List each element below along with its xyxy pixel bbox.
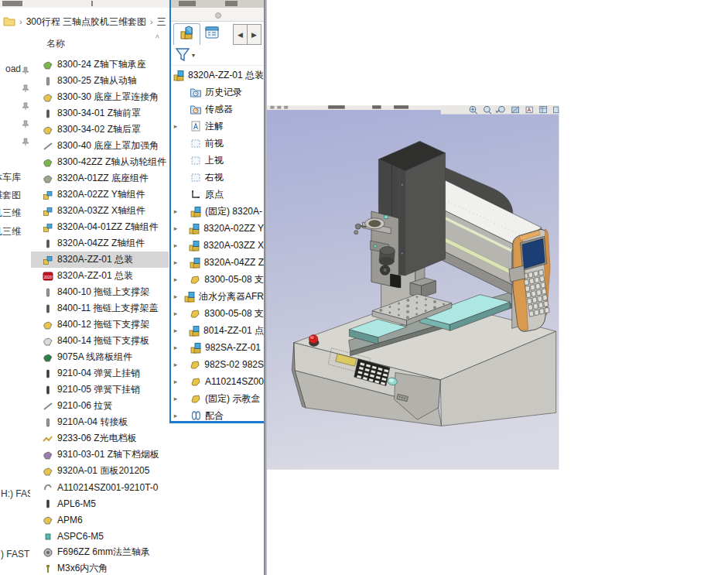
file-row[interactable]: 9210-04 弹簧上挂销 [31,365,169,382]
file-row[interactable]: 8300-34-01 Z轴前罩 [31,105,169,122]
file-row[interactable]: 8300-40 底座上罩加强角 [31,138,169,154]
tree-item-右视[interactable]: 右视 [171,169,264,186]
nav-item-fragment[interactable]: oad [5,63,21,74]
tree-item-历史记录[interactable]: 历史记录 [171,84,264,101]
panel-splitter[interactable] [171,8,264,22]
tree-item-A110214SZ00[interactable]: ▸A110214SZ00 [171,373,264,390]
file-label: 8300-34-02 Z轴后罩 [57,123,141,136]
folder-icon [3,15,15,29]
file-row[interactable]: APM6 [31,512,169,528]
splitter-handle[interactable] [215,12,221,19]
file-row[interactable]: 8300-42ZZ Z轴从动轮组件 [31,154,169,170]
tree-label: 前视 [205,137,224,150]
tree-item-原点[interactable]: 原点 [171,186,264,203]
file-row[interactable]: 8400-10 拖链上支撑架 [31,284,169,300]
file-row[interactable]: 8320A-01ZZ 底座组件 [31,170,169,187]
breadcrumb-folder[interactable]: 300行程 三轴点胶机三维套图 [26,15,146,29]
file-row[interactable]: 8300-34-02 Z轴后罩 [31,122,169,138]
tree-item-8320A-04ZZ Z[interactable]: ▸8320A-04ZZ Z [171,254,264,271]
expand-arrow-icon[interactable]: ▸ [171,361,180,368]
file-row[interactable]: F696ZZ 6mm法兰轴承 [31,544,169,560]
tree-filter[interactable]: ▾ [171,45,264,66]
file-row[interactable]: 9320A-01 面板201205 [31,463,169,479]
tree-item-8320A-03ZZ X[interactable]: ▸8320A-03ZZ X [171,237,264,254]
feature-tree[interactable]: 8320A-ZZ-01 总装历史记录传感器▸注解前视上视右视原点▸(固定) 83… [171,65,264,421]
file-row[interactable]: A110214SZ001-9210T-0 [31,479,169,495]
file-row[interactable]: 9210-06 拉簧 [31,398,169,414]
expand-arrow-icon[interactable]: ▸ [171,378,180,385]
nav-item-fragment[interactable]: 机三维 [0,225,21,238]
explorer-nav-pane[interactable]: oad体车库维套图机三维机三维H:) FAS) FAST [0,51,30,575]
tree-item-982S-02 982S[interactable]: ▸982S-02 982S [171,356,264,373]
tree-item-前视[interactable]: 前视 [171,135,264,152]
file-row[interactable]: 8300-24 Z轴下轴承座 [31,56,169,73]
file-row[interactable]: M3x6内六角 [31,560,169,575]
file-label: 8320A-01ZZ 底座组件 [57,172,149,185]
file-row[interactable]: 9233-06 Z光电档板 [31,430,169,447]
tree-item-(固定) 8320A-[interactable]: ▸(固定) 8320A- [171,203,264,220]
file-row[interactable]: 20208320A-ZZ-01 总装 [31,268,169,284]
appearance-icon[interactable] [554,107,559,113]
file-row[interactable]: 8400-14 拖链下支撑板 [31,333,169,349]
tree-item-8300-05-08 支[interactable]: ▸8300-05-08 支 [171,271,264,288]
tree-item-8014-ZZ-01 点[interactable]: ▸8014-ZZ-01 点 [171,322,264,339]
file-row[interactable]: 8320A-03ZZ X轴组件 [31,203,169,219]
expand-arrow-icon[interactable]: ▸ [171,276,180,283]
file-row[interactable]: ASPC6-M5 [31,528,169,544]
breadcrumb-separator: › [19,17,22,26]
tree-item-8320A-ZZ-01 总装[interactable]: 8320A-ZZ-01 总装 [171,67,264,84]
breadcrumb-subfolder[interactable]: 三 [157,15,166,29]
expand-arrow-icon[interactable]: ▸ [171,310,180,317]
expand-arrow-icon[interactable]: ▸ [171,241,180,249]
annotation-icon[interactable] [526,107,532,113]
expand-arrow-icon[interactable]: ▸ [171,344,180,351]
file-row[interactable]: 9310-03-01 Z轴下档烟板 [31,447,169,463]
nav-item-fragment[interactable]: ) FAST [1,549,29,560]
sw-toolbar-partial [171,0,264,8]
viewport-canvas[interactable] [267,0,728,575]
tree-item-上视[interactable]: 上视 [171,152,264,169]
file-row[interactable]: 8320A-04-01ZZ Z轴组件 [31,219,169,235]
tree-label: (固定) 示教盒 [205,392,260,406]
column-header-name[interactable]: 名称 [31,37,169,53]
expand-arrow-icon[interactable]: ▸ [171,122,180,130]
tree-item-配合[interactable]: ▸配合 [171,407,264,421]
tab-feature-tree[interactable] [173,23,200,45]
expand-arrow-icon[interactable]: ▸ [171,395,180,402]
file-row[interactable]: 9210A-04 转接板 [31,414,169,430]
file-row[interactable]: 9075A 线路板组件 [31,349,169,365]
explorer-file-list[interactable]: 8300-24 Z轴下轴承座8300-25 Z轴从动轴8300-30 底座上罩连… [31,51,169,575]
view-orientation-icon[interactable] [540,106,547,112]
breadcrumb[interactable]: › 300行程 三轴点胶机三维套图 › 三 [0,8,169,36]
nav-item-fragment[interactable]: 维套图 [0,189,21,202]
expand-arrow-icon[interactable]: ▸ [171,327,180,334]
expand-arrow-icon[interactable]: ▸ [171,207,180,215]
tree-item-8300-05-08 支[interactable]: ▸8300-05-08 支 [171,305,264,322]
tree-item-8320A-02ZZ Y[interactable]: ▸8320A-02ZZ Y [171,220,264,237]
tree-item-(固定) 示教盒[interactable]: ▸(固定) 示教盒 [171,390,264,407]
nav-item-fragment[interactable]: 体车库 [0,171,21,184]
file-row[interactable]: 8300-30 底座上罩连接角 [31,89,169,105]
tree-item-油水分离器AFR[interactable]: ▸油水分离器AFR [171,288,264,305]
nav-item-fragment[interactable]: H:) FAS [1,488,30,499]
file-row[interactable]: 8300-25 Z轴从动轴 [31,73,169,89]
tree-item-传感器[interactable]: 传感器 [171,101,264,118]
file-row[interactable]: 8320A-02ZZ Y轴组件 [31,187,169,203]
file-row[interactable]: 8320A-ZZ-01 总装 [31,252,169,268]
tree-item-982SA-ZZ-01[interactable]: ▸982SA-ZZ-01 [171,339,264,356]
expand-arrow-icon[interactable]: ▸ [171,293,180,300]
panel-back-button[interactable]: ◀ [233,24,248,45]
file-row[interactable]: 8400-11 拖链上支撑架盖 [31,300,169,317]
expand-arrow-icon[interactable]: ▸ [171,258,180,266]
expand-arrow-icon[interactable]: ▸ [171,224,180,232]
tree-item-注解[interactable]: ▸注解 [171,118,264,135]
file-row[interactable]: 8320A-04ZZ Z轴组件 [31,235,169,252]
section-view-icon[interactable] [512,107,519,113]
file-row[interactable]: APL6-M5 [31,495,169,512]
nav-item-fragment[interactable]: 机三维 [0,207,21,220]
expand-arrow-icon[interactable]: ▸ [171,412,180,419]
file-row[interactable]: 9210-05 弹簧下挂销 [31,382,169,398]
file-row[interactable]: 8400-12 拖链下支撑架 [31,317,169,333]
tab-display-pane[interactable] [200,23,224,44]
panel-forward-button[interactable]: ▶ [247,24,261,45]
